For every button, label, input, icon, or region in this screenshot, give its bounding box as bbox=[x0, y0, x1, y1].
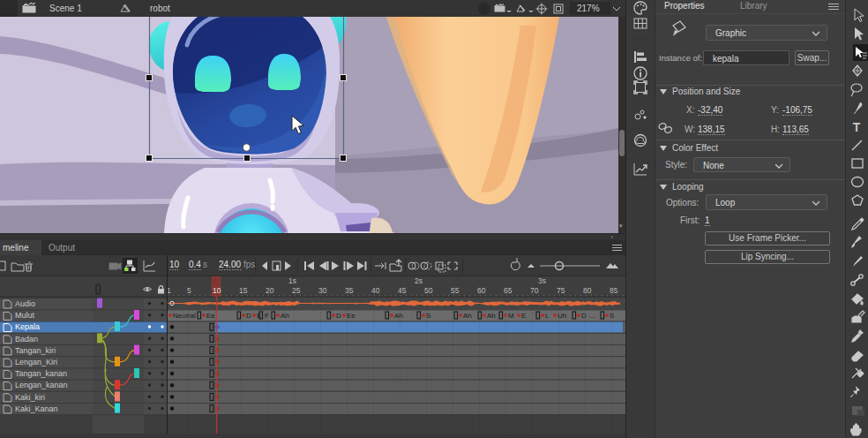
svg-text:Uh: Uh bbox=[557, 312, 566, 320]
svg-text:10: 10 bbox=[213, 286, 221, 295]
svg-text:Lengan_Kiri: Lengan_Kiri bbox=[15, 358, 57, 366]
svg-text:Kaki_Kanan: Kaki_Kanan bbox=[15, 404, 58, 413]
svg-text:Badan: Badan bbox=[15, 335, 38, 344]
svg-text:80: 80 bbox=[583, 286, 592, 295]
svg-text:Audio: Audio bbox=[15, 299, 35, 308]
svg-text:M: M bbox=[508, 312, 514, 320]
svg-text:3s: 3s bbox=[538, 276, 546, 285]
svg-text:10: 10 bbox=[169, 260, 180, 269]
svg-text:40: 40 bbox=[371, 286, 380, 295]
svg-text:Ah: Ah bbox=[281, 312, 289, 320]
svg-text:25: 25 bbox=[292, 286, 301, 295]
svg-text:D: D bbox=[246, 312, 251, 320]
svg-text:20: 20 bbox=[266, 286, 274, 295]
svg-text:Neutral: Neutral bbox=[173, 312, 196, 320]
svg-text:...: ... bbox=[589, 312, 595, 320]
svg-text:2s: 2s bbox=[415, 276, 423, 285]
svg-text:Kaki_kiri: Kaki_kiri bbox=[15, 393, 45, 402]
svg-text:S: S bbox=[610, 312, 614, 320]
svg-text:Ee: Ee bbox=[347, 312, 355, 320]
svg-text:60: 60 bbox=[477, 286, 486, 295]
svg-text:30: 30 bbox=[318, 286, 327, 295]
svg-text:Kepala: Kepala bbox=[15, 322, 40, 331]
svg-text:75: 75 bbox=[557, 286, 565, 295]
svg-text:Tangan_kanan: Tangan_kanan bbox=[15, 369, 67, 378]
svg-text:50: 50 bbox=[424, 286, 433, 295]
svg-text:55: 55 bbox=[451, 286, 460, 295]
svg-text:s: s bbox=[203, 260, 207, 269]
svg-text:Mulut: Mulut bbox=[15, 311, 35, 320]
svg-text:D: D bbox=[581, 312, 587, 320]
svg-text:15: 15 bbox=[239, 286, 248, 295]
svg-text:Tangan_kiri: Tangan_kiri bbox=[15, 346, 56, 355]
svg-text:35: 35 bbox=[345, 286, 354, 295]
svg-text:45: 45 bbox=[398, 286, 407, 295]
svg-text:robot: robot bbox=[150, 4, 170, 13]
svg-text:S: S bbox=[426, 312, 430, 320]
svg-text:Lengan_kanan: Lengan_kanan bbox=[15, 381, 68, 389]
svg-text:F: F bbox=[265, 312, 269, 320]
svg-text:E: E bbox=[521, 312, 526, 320]
svg-text:5: 5 bbox=[187, 286, 191, 295]
svg-text:70: 70 bbox=[530, 286, 539, 295]
svg-text:24.00: 24.00 bbox=[219, 260, 241, 269]
svg-text:65: 65 bbox=[504, 286, 513, 295]
svg-text:D: D bbox=[336, 312, 341, 320]
svg-text:0.4: 0.4 bbox=[189, 260, 201, 269]
svg-text:Ee: Ee bbox=[206, 312, 215, 320]
svg-text:1s: 1s bbox=[288, 276, 296, 285]
svg-text:Scene 1: Scene 1 bbox=[49, 4, 82, 13]
svg-text:L: L bbox=[545, 312, 550, 320]
svg-text:Ah: Ah bbox=[487, 312, 496, 320]
svg-text:217%: 217% bbox=[577, 4, 600, 13]
svg-text:Ah: Ah bbox=[463, 312, 472, 320]
svg-text:85: 85 bbox=[610, 286, 618, 295]
svg-text:Ah: Ah bbox=[394, 312, 403, 320]
svg-text:fps: fps bbox=[243, 260, 255, 269]
svg-text:T: T bbox=[853, 120, 861, 134]
